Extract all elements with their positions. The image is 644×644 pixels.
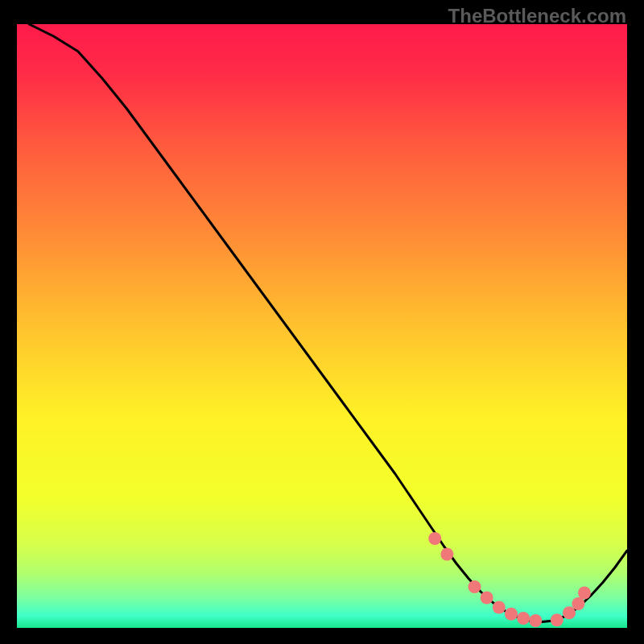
plot-area: [17, 24, 627, 628]
optimal-point: [572, 597, 584, 610]
gradient-background: [17, 24, 627, 628]
chart-container: TheBottleneck.com: [0, 0, 644, 644]
optimal-point: [517, 612, 530, 625]
optimal-point: [493, 601, 506, 614]
optimal-point: [551, 613, 564, 626]
optimal-point: [428, 532, 441, 545]
optimal-point: [469, 580, 481, 593]
optimal-point: [505, 608, 518, 621]
optimal-point: [578, 587, 591, 600]
optimal-point: [440, 548, 453, 561]
optimal-point: [529, 614, 542, 627]
optimal-point: [563, 606, 576, 619]
chart-svg: [17, 24, 627, 628]
optimal-point: [481, 592, 493, 605]
